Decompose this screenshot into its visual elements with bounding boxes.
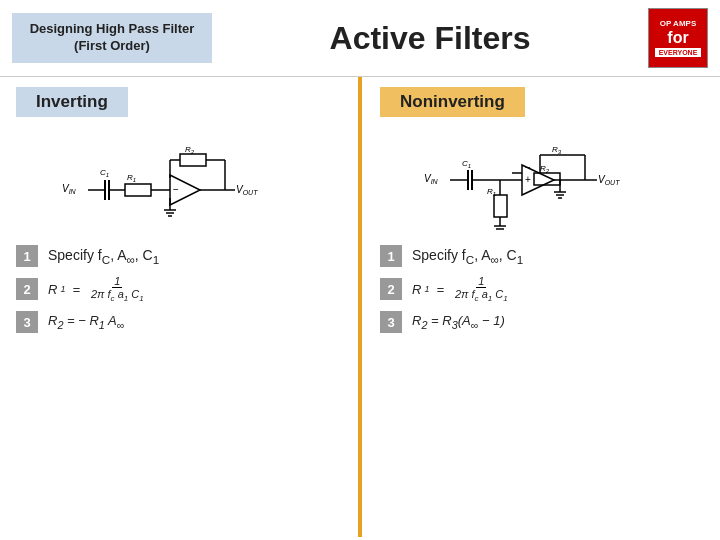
- svg-text:VIN: VIN: [424, 173, 439, 185]
- right-step-2-num: 2: [380, 278, 402, 300]
- header-left-line1: Designing High Pass Filter: [30, 21, 195, 36]
- svg-text:R2: R2: [540, 164, 550, 174]
- book-bot: EVERYONE: [655, 48, 702, 57]
- right-step-3-num: 3: [380, 311, 402, 333]
- svg-text:VOUT: VOUT: [236, 184, 258, 196]
- left-circuit-svg: VIN C1 R1 −: [60, 130, 300, 230]
- book-title: OP AMPS: [660, 19, 696, 28]
- right-panel: Noninverting VIN C1 R1: [360, 77, 720, 537]
- left-circuit: VIN C1 R1 −: [16, 125, 344, 235]
- header-left-line2: (First Order): [74, 38, 150, 53]
- svg-text:R2: R2: [185, 145, 195, 155]
- header: Designing High Pass Filter (First Order)…: [0, 0, 720, 77]
- left-step-3-content: R2 = − R1 A∞: [48, 313, 124, 331]
- left-panel: Inverting VIN C1 R1: [0, 77, 360, 537]
- right-step-3: 3 R2 = R3(A∞ − 1): [380, 311, 704, 333]
- right-circuit-svg: VIN C1 R1 +: [422, 130, 662, 230]
- left-step-3: 3 R2 = − R1 A∞: [16, 311, 344, 333]
- svg-text:R3: R3: [552, 145, 562, 155]
- header-title: Active Filters: [212, 20, 648, 57]
- right-steps: 1 Specify fC, A∞, C1 2 R1 = 1 2π fc a1 C…: [380, 245, 704, 333]
- left-step-2: 2 R1 = 1 2π fc a1 C1: [16, 275, 344, 303]
- svg-text:VOUT: VOUT: [598, 174, 620, 186]
- svg-text:R1: R1: [127, 173, 136, 183]
- book-cover: OP AMPS for EVERYONE: [648, 8, 708, 68]
- left-step-2-num: 2: [16, 278, 38, 300]
- svg-text:R1: R1: [487, 187, 496, 197]
- vertical-divider: [358, 77, 362, 537]
- left-step-1-content: Specify fC, A∞, C1: [48, 247, 159, 266]
- svg-text:−: −: [173, 184, 179, 195]
- svg-text:VIN: VIN: [62, 183, 77, 195]
- right-circuit: VIN C1 R1 +: [380, 125, 704, 235]
- right-step-2: 2 R1 = 1 2π fc a1 C1: [380, 275, 704, 303]
- svg-text:−: −: [525, 162, 531, 173]
- right-step-3-content: R2 = R3(A∞ − 1): [412, 313, 505, 331]
- left-step-2-content: R1 = 1 2π fc a1 C1: [48, 275, 148, 303]
- left-step-1-num: 1: [16, 245, 38, 267]
- svg-rect-6: [125, 184, 151, 196]
- right-step-1-num: 1: [380, 245, 402, 267]
- left-steps: 1 Specify fC, A∞, C1 2 R1 = 1 2π fc a1 C…: [16, 245, 344, 333]
- left-step-3-num: 3: [16, 311, 38, 333]
- right-step-2-content: R1 = 1 2π fc a1 C1: [412, 275, 512, 303]
- left-step-1: 1 Specify fC, A∞, C1: [16, 245, 344, 267]
- svg-text:C1: C1: [100, 168, 109, 178]
- right-section-label: Noninverting: [380, 87, 525, 117]
- header-left-label: Designing High Pass Filter (First Order): [12, 13, 212, 63]
- right-step-1: 1 Specify fC, A∞, C1: [380, 245, 704, 267]
- svg-text:+: +: [525, 174, 531, 185]
- svg-rect-30: [494, 195, 507, 217]
- svg-rect-17: [180, 154, 206, 166]
- book-mid: for: [667, 30, 688, 46]
- right-step-1-content: Specify fC, A∞, C1: [412, 247, 523, 266]
- main-content: Inverting VIN C1 R1: [0, 77, 720, 537]
- left-section-label: Inverting: [16, 87, 128, 117]
- svg-text:C1: C1: [462, 159, 471, 169]
